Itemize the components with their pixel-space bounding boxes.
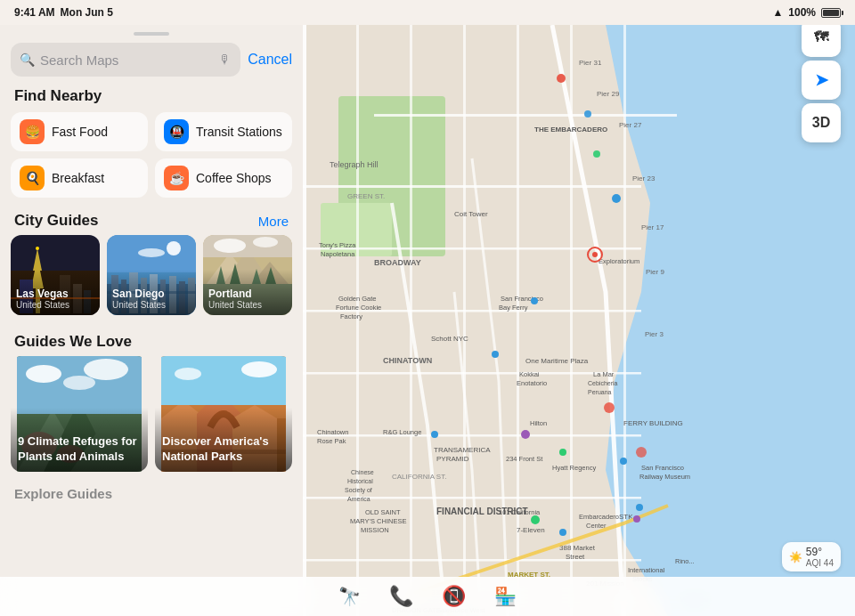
svg-text:Peruana: Peruana bbox=[588, 389, 612, 395]
svg-rect-12 bbox=[356, 25, 359, 616]
svg-text:Napoletana: Napoletana bbox=[321, 250, 355, 258]
guide-card-climate[interactable]: 9 Climate Refuges for Plants and Animals bbox=[11, 356, 148, 472]
temperature: 59° bbox=[806, 546, 834, 558]
svg-point-124 bbox=[167, 241, 181, 255]
microphone-icon[interactable]: 🎙 bbox=[219, 53, 232, 67]
svg-point-99 bbox=[633, 515, 640, 523]
svg-point-92 bbox=[559, 449, 566, 456]
svg-text:Chinese: Chinese bbox=[351, 469, 374, 475]
san-diego-name: San Diego bbox=[112, 288, 191, 300]
svg-text:Coit Tower: Coit Tower bbox=[454, 210, 488, 218]
search-bar-row: 🔍 Search Maps 🎙 Cancel bbox=[0, 39, 303, 84]
city-card-san-diego[interactable]: San Diego United States bbox=[107, 235, 196, 315]
find-nearby-label: Find Nearby bbox=[0, 84, 303, 112]
svg-point-84 bbox=[593, 150, 600, 158]
svg-text:Enotatorio: Enotatorio bbox=[517, 379, 547, 387]
svg-text:388 Market: 388 Market bbox=[559, 544, 596, 552]
svg-text:Telegraph Hill: Telegraph Hill bbox=[330, 160, 379, 169]
breakfast-label: Breakfast bbox=[52, 171, 104, 185]
svg-text:PYRAMID: PYRAMID bbox=[436, 455, 469, 463]
svg-text:TRANSAMERICA: TRANSAMERICA bbox=[434, 446, 491, 454]
svg-text:Pier 23: Pier 23 bbox=[632, 174, 656, 182]
svg-point-95 bbox=[636, 504, 643, 511]
svg-text:La Mar: La Mar bbox=[593, 370, 615, 378]
city-card-portland[interactable]: Portland United States bbox=[203, 235, 292, 315]
svg-point-85 bbox=[612, 194, 621, 203]
svg-text:OLD SAINT: OLD SAINT bbox=[365, 508, 401, 516]
date: Mon Jun 5 bbox=[61, 6, 113, 19]
svg-text:Hilton: Hilton bbox=[530, 419, 547, 427]
svg-point-136 bbox=[214, 239, 246, 253]
svg-text:Pier 3: Pier 3 bbox=[645, 330, 664, 338]
cancel-button[interactable]: Cancel bbox=[248, 52, 292, 68]
svg-rect-11 bbox=[303, 559, 641, 562]
more-link[interactable]: More bbox=[258, 214, 289, 229]
city-card-las-vegas[interactable]: Las Vegas United States bbox=[11, 235, 100, 315]
svg-text:Bay Ferry: Bay Ferry bbox=[499, 304, 528, 312]
svg-text:CALIFORNIA ST.: CALIFORNIA ST. bbox=[392, 473, 446, 481]
svg-rect-14 bbox=[463, 25, 466, 616]
status-right: ▲ 100% bbox=[772, 6, 841, 19]
svg-text:Cebicheria: Cebicheria bbox=[588, 380, 618, 386]
svg-text:Factory: Factory bbox=[340, 312, 362, 320]
nearby-breakfast[interactable]: 🍳 Breakfast bbox=[11, 158, 148, 198]
map-controls: 🗺 ➤ 3D bbox=[802, 18, 841, 142]
guide-card-national-parks[interactable]: Discover America's National Parks bbox=[155, 356, 292, 472]
city-guides-header: City Guides More bbox=[0, 205, 303, 235]
transit-label: Transit Stations bbox=[196, 125, 282, 139]
san-diego-country: United States bbox=[112, 300, 191, 310]
svg-text:7-Eleven: 7-Eleven bbox=[517, 526, 545, 534]
svg-text:234 Front St: 234 Front St bbox=[506, 455, 543, 463]
location-button[interactable]: ➤ bbox=[802, 61, 841, 100]
svg-text:Schott NYC: Schott NYC bbox=[431, 335, 468, 343]
phone-icon[interactable]: 📞 bbox=[389, 585, 413, 608]
national-parks-guide-title: Discover America's National Parks bbox=[162, 434, 285, 465]
coffee-label: Coffee Shops bbox=[196, 171, 272, 185]
svg-point-98 bbox=[559, 529, 566, 536]
svg-point-94 bbox=[620, 458, 627, 465]
svg-text:THE EMBARCADERO: THE EMBARCADERO bbox=[534, 126, 607, 134]
portland-name: Portland bbox=[208, 288, 287, 300]
3d-button[interactable]: 3D bbox=[802, 103, 841, 142]
drag-handle[interactable] bbox=[134, 32, 169, 36]
guides-we-love-label: Guides We Love bbox=[14, 333, 132, 351]
nearby-fast-food[interactable]: 🍔 Fast Food bbox=[11, 112, 148, 151]
svg-text:Pier 31: Pier 31 bbox=[579, 59, 602, 67]
fast-food-label: Fast Food bbox=[52, 125, 108, 139]
status-bar: 9:41 AM Mon Jun 5 ▲ 100% bbox=[0, 0, 855, 25]
svg-text:Golden Gate: Golden Gate bbox=[338, 295, 377, 303]
wifi-icon: ▲ bbox=[772, 6, 783, 19]
svg-rect-9 bbox=[303, 434, 641, 437]
svg-text:GREEN ST.: GREEN ST. bbox=[347, 192, 385, 200]
svg-text:Rino...: Rino... bbox=[675, 557, 695, 565]
bottom-bar: 🔭 📞 📵 🏪 bbox=[0, 577, 855, 616]
svg-text:Rose Pak: Rose Pak bbox=[317, 437, 346, 445]
svg-point-144 bbox=[84, 359, 128, 380]
svg-rect-5 bbox=[303, 185, 641, 188]
las-vegas-country: United States bbox=[16, 300, 94, 310]
svg-point-154 bbox=[241, 361, 277, 377]
battery-icon bbox=[821, 8, 841, 18]
nearby-coffee[interactable]: ☕ Coffee Shops bbox=[155, 158, 292, 198]
nearby-transit[interactable]: 🚇 Transit Stations bbox=[155, 112, 292, 151]
svg-point-143 bbox=[26, 365, 61, 383]
phone-red-icon[interactable]: 📵 bbox=[442, 585, 466, 608]
svg-point-137 bbox=[253, 237, 278, 247]
svg-text:Exploratorium: Exploratorium bbox=[598, 257, 639, 265]
explore-guides-label: Explore Guides bbox=[0, 482, 303, 505]
svg-text:Pier 17: Pier 17 bbox=[641, 223, 664, 231]
portland-country: United States bbox=[208, 300, 287, 310]
store-icon[interactable]: 🏪 bbox=[494, 586, 517, 607]
svg-text:Pier 9: Pier 9 bbox=[646, 268, 664, 276]
svg-text:Pier 29: Pier 29 bbox=[597, 90, 620, 98]
search-icon: 🔍 bbox=[20, 53, 35, 67]
binoculars-icon[interactable]: 🔭 bbox=[338, 586, 361, 607]
city-guides-row: Las Vegas United States bbox=[0, 235, 303, 326]
search-bar[interactable]: 🔍 Search Maps 🎙 bbox=[11, 43, 240, 77]
svg-point-96 bbox=[636, 447, 647, 458]
svg-point-145 bbox=[63, 376, 95, 390]
status-left: 9:41 AM Mon Jun 5 bbox=[14, 6, 113, 19]
svg-text:America: America bbox=[347, 496, 370, 502]
svg-text:One Maritime Plaza: One Maritime Plaza bbox=[525, 357, 589, 365]
svg-text:San Francisco: San Francisco bbox=[641, 464, 684, 472]
